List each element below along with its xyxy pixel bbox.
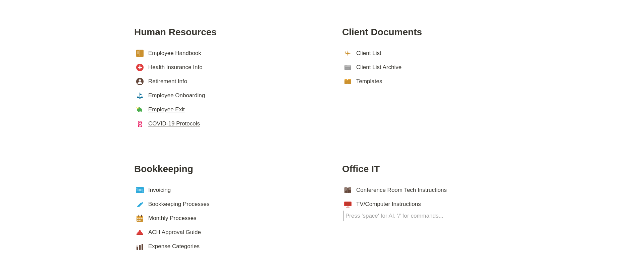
invoicing-label: Invoicing bbox=[148, 187, 171, 194]
section-title-bookkeeping: Bookkeeping bbox=[134, 164, 302, 174]
svg-rect-58 bbox=[348, 189, 351, 190]
svg-rect-1 bbox=[140, 50, 140, 56]
person-circle-icon bbox=[136, 77, 144, 86]
book-orange-icon bbox=[136, 49, 144, 58]
svg-rect-24 bbox=[345, 66, 351, 67]
client-documents-list: Client List Client List Archive bbox=[342, 47, 510, 88]
list-item-employee-onboarding[interactable]: Employee Onboarding bbox=[134, 89, 302, 102]
expense-categories-label: Expense Categories bbox=[148, 243, 200, 250]
section-bookkeeping: Bookkeeping Invoicing bbox=[114, 150, 322, 273]
tv-computer-label: TV/Computer Instructions bbox=[356, 201, 421, 208]
medical-red-icon bbox=[136, 63, 144, 72]
cloud-green-icon bbox=[136, 105, 144, 114]
list-item-health-insurance[interactable]: Health Insurance Info bbox=[134, 61, 302, 74]
svg-line-19 bbox=[137, 107, 137, 108]
employee-onboarding-label: Employee Onboarding bbox=[148, 92, 205, 99]
svg-rect-51 bbox=[142, 244, 143, 250]
cash-green-icon bbox=[136, 186, 144, 195]
list-item-monthly-processes[interactable]: Monthly Processes bbox=[134, 212, 302, 225]
svg-rect-3 bbox=[137, 52, 139, 53]
client-list-label: Client List bbox=[356, 50, 381, 57]
ribbon-pink-icon bbox=[136, 119, 144, 128]
tv-red-icon bbox=[343, 200, 352, 209]
section-office-it: Office IT Conference Room Tech Instructi… bbox=[322, 150, 530, 273]
section-title-human-resources: Human Resources bbox=[134, 27, 302, 38]
section-title-client-documents: Client Documents bbox=[342, 27, 510, 38]
svg-rect-56 bbox=[345, 190, 346, 191]
folder-gray-icon bbox=[343, 63, 352, 72]
office-it-list: Conference Room Tech Instructions TV/Com… bbox=[342, 184, 510, 211]
monthly-processes-label: Monthly Processes bbox=[148, 215, 197, 222]
list-item-expense-categories[interactable]: Expense Categories bbox=[134, 240, 302, 253]
svg-rect-50 bbox=[139, 245, 141, 250]
svg-rect-7 bbox=[138, 67, 142, 68]
templates-label: Templates bbox=[356, 78, 382, 85]
svg-rect-25 bbox=[345, 68, 349, 68]
list-item-tv-computer[interactable]: TV/Computer Instructions bbox=[342, 198, 510, 211]
list-item-retirement-info[interactable]: Retirement Info bbox=[134, 75, 302, 88]
chart-brown-icon bbox=[136, 242, 144, 251]
book-brown-icon bbox=[343, 186, 352, 195]
svg-rect-43 bbox=[139, 220, 141, 221]
list-item-invoicing[interactable]: Invoicing bbox=[134, 184, 302, 197]
svg-rect-4 bbox=[137, 53, 139, 54]
svg-rect-40 bbox=[139, 218, 141, 219]
svg-rect-54 bbox=[345, 188, 347, 189]
svg-point-9 bbox=[139, 79, 141, 82]
command-placeholder[interactable]: Press 'space' for AI, '/' for commands..… bbox=[343, 211, 510, 221]
folder-orange-icon bbox=[343, 77, 352, 86]
pencil-blue-icon bbox=[136, 200, 144, 209]
list-item-client-list-archive[interactable]: Client List Archive bbox=[342, 61, 510, 74]
boat-blue-icon bbox=[136, 91, 144, 100]
list-item-covid-protocols[interactable]: COVID-19 Protocols bbox=[134, 117, 302, 130]
employee-handbook-label: Employee Handbook bbox=[148, 50, 201, 57]
svg-rect-39 bbox=[137, 218, 139, 219]
bookkeeping-list: Invoicing Bookkeeping Processes bbox=[134, 184, 302, 253]
svg-rect-36 bbox=[137, 217, 143, 218]
svg-rect-62 bbox=[346, 207, 350, 208]
svg-rect-42 bbox=[137, 220, 139, 221]
svg-point-31 bbox=[139, 189, 141, 191]
list-item-templates[interactable]: Templates bbox=[342, 75, 510, 88]
svg-point-33 bbox=[142, 191, 144, 192]
list-item-bookkeeping-processes[interactable]: Bookkeeping Processes bbox=[134, 198, 302, 211]
page-container: Human Resources Employee Handbook bbox=[87, 13, 557, 273]
ach-approval-label: ACH Approval Guide bbox=[148, 229, 201, 236]
section-human-resources: Human Resources Employee Handbook bbox=[114, 13, 322, 150]
svg-point-14 bbox=[138, 111, 139, 112]
list-item-conference-room-tech[interactable]: Conference Room Tech Instructions bbox=[342, 184, 510, 197]
svg-rect-27 bbox=[347, 80, 351, 84]
sparkle-gold-icon bbox=[343, 49, 352, 58]
svg-rect-60 bbox=[345, 202, 351, 206]
retirement-info-label: Retirement Info bbox=[148, 78, 187, 85]
svg-rect-41 bbox=[141, 218, 143, 219]
svg-rect-49 bbox=[137, 247, 138, 250]
employee-exit-label: Employee Exit bbox=[148, 106, 185, 113]
svg-rect-55 bbox=[345, 189, 347, 190]
conference-room-tech-label: Conference Room Tech Instructions bbox=[356, 187, 447, 194]
svg-rect-48 bbox=[139, 230, 141, 231]
svg-point-32 bbox=[136, 188, 138, 189]
svg-rect-2 bbox=[137, 51, 139, 52]
section-title-office-it: Office IT bbox=[342, 164, 510, 174]
svg-line-20 bbox=[139, 107, 140, 108]
svg-rect-28 bbox=[348, 79, 351, 80]
section-client-documents: Client Documents Client List bbox=[322, 13, 530, 150]
list-item-employee-exit[interactable]: Employee Exit bbox=[134, 103, 302, 116]
client-list-archive-label: Client List Archive bbox=[356, 64, 401, 71]
svg-point-22 bbox=[139, 122, 141, 123]
calendar-orange-icon bbox=[136, 214, 144, 223]
svg-rect-57 bbox=[348, 188, 351, 189]
svg-rect-45 bbox=[137, 234, 143, 235]
svg-point-15 bbox=[140, 111, 141, 112]
list-item-employee-handbook[interactable]: Employee Handbook bbox=[134, 47, 302, 60]
svg-rect-52 bbox=[137, 245, 138, 247]
health-insurance-label: Health Insurance Info bbox=[148, 64, 203, 71]
covid-protocols-label: COVID-19 Protocols bbox=[148, 120, 200, 127]
list-item-client-list[interactable]: Client List bbox=[342, 47, 510, 60]
list-item-ach-approval[interactable]: ACH Approval Guide bbox=[134, 226, 302, 239]
bookkeeping-processes-label: Bookkeeping Processes bbox=[148, 201, 209, 208]
human-resources-list: Employee Handbook Health Insurance Info bbox=[134, 47, 302, 130]
svg-point-16 bbox=[141, 111, 142, 112]
cone-red-icon bbox=[136, 228, 144, 237]
